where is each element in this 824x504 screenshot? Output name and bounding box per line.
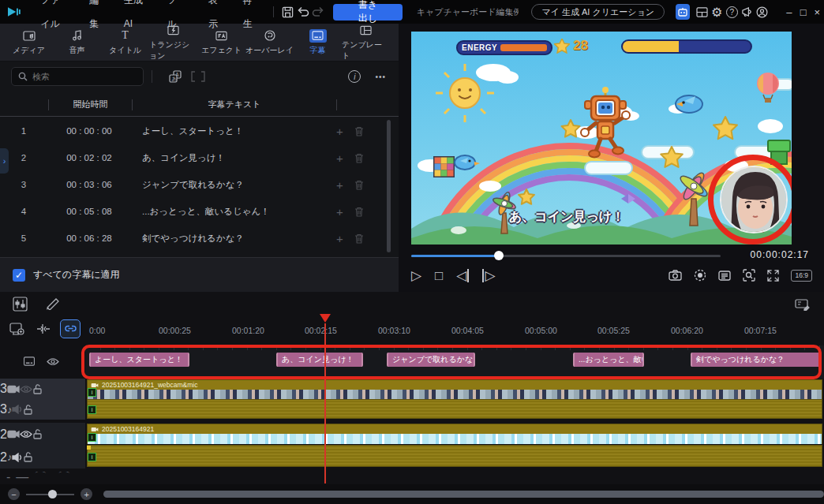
track-3-header[interactable]: 3 3 ♪	[0, 379, 85, 420]
vertical-scrollbar[interactable]	[387, 120, 391, 252]
video-preview[interactable]: ENERGY 28 あ、コイン見っけ！	[411, 32, 792, 245]
speaker-icon[interactable]	[12, 453, 23, 462]
subtitle-row-4[interactable]: 400 : 05 : 08...おっとっと、敵いるじゃん！ +	[0, 198, 399, 225]
speaker-icon[interactable]	[12, 405, 23, 414]
delete-subtitle-icon[interactable]	[354, 232, 364, 245]
delete-subtitle-icon[interactable]	[354, 151, 364, 165]
ai-assistant-icon[interactable]	[676, 4, 690, 20]
save-icon[interactable]	[280, 2, 295, 22]
translate-icon[interactable]: Aあ	[168, 69, 182, 84]
more-options-icon[interactable]: •••	[375, 73, 386, 81]
add-subtitle-icon[interactable]: +	[336, 178, 343, 192]
menu-generative-ai[interactable]: 生成 AI	[114, 0, 156, 35]
search-icon	[18, 72, 28, 81]
search-text-field[interactable]	[32, 72, 127, 81]
my-generative-ai-button[interactable]: マイ 生成 AI クリエーション	[531, 4, 665, 20]
menu-view[interactable]: 表示	[198, 0, 233, 35]
next-frame-button[interactable]: ▷	[482, 269, 495, 282]
apply-all-checkbox[interactable]: ✓	[13, 269, 25, 282]
announcement-icon[interactable]	[740, 2, 755, 22]
screen-record-icon[interactable]	[6, 319, 27, 338]
draw-pen-icon[interactable]	[43, 294, 63, 313]
apply-all-row: ✓ すべての字幕に適用	[0, 257, 399, 292]
add-subtitle-icon[interactable]: +	[336, 151, 343, 165]
previous-frame-button[interactable]: ◁	[456, 269, 469, 282]
timeline-zoom-slider[interactable]	[26, 494, 75, 495]
lock-open-icon[interactable]	[23, 405, 33, 415]
add-subtitle-icon[interactable]: +	[336, 232, 343, 245]
svg-text:あ: あ	[172, 76, 178, 82]
fullscreen-icon[interactable]	[767, 270, 779, 282]
info-icon[interactable]: i	[348, 70, 361, 83]
audio-clip-webcam[interactable]	[87, 399, 822, 419]
eye-icon[interactable]	[20, 385, 32, 394]
redo-icon[interactable]	[310, 2, 325, 22]
playhead-timecode: 00:00:02:17	[751, 249, 809, 260]
record-icon[interactable]	[694, 269, 706, 282]
audio-clip-game[interactable]	[87, 445, 822, 467]
magnet-snap-icon[interactable]	[33, 319, 54, 338]
playlist-icon[interactable]	[718, 271, 731, 281]
subtitle-row-3[interactable]: 300 : 03 : 06ジャンプで取れるかな？ +	[0, 171, 399, 198]
undo-icon[interactable]	[295, 2, 310, 22]
delete-subtitle-icon[interactable]	[354, 205, 364, 218]
minimize-button[interactable]: –	[782, 0, 796, 24]
video-clip-webcam[interactable]: 20251003164921_webcam&mic	[87, 379, 822, 399]
seek-handle[interactable]	[494, 251, 504, 260]
stop-button[interactable]: □	[435, 269, 443, 282]
mixer-icon[interactable]	[9, 294, 30, 313]
close-button[interactable]: ×	[810, 0, 824, 24]
menu-play[interactable]: 再生	[233, 0, 268, 35]
eye-icon[interactable]	[41, 357, 65, 366]
menu-file[interactable]: ファイル	[30, 0, 79, 35]
panel-expander[interactable]: ›	[0, 148, 9, 174]
timeline-ruler[interactable]: 0:00 00:00:25 00:01:20 00:02:15 00:03:10…	[85, 315, 824, 342]
subtitle-row-5[interactable]: 500 : 06 : 28剣でやっつけれるかな？ +	[0, 225, 399, 252]
lock-open-icon[interactable]	[32, 429, 43, 439]
star-icon	[554, 39, 570, 54]
tab-templates[interactable]: テンプレート	[342, 24, 390, 62]
clip-info-badge: i	[88, 388, 96, 397]
render-preview-icon[interactable]	[792, 294, 813, 313]
lock-open-icon[interactable]	[23, 452, 33, 462]
energy-bar: ENERGY	[456, 40, 552, 55]
play-button[interactable]: ▷	[411, 269, 421, 282]
snapshot-camera-icon[interactable]	[669, 270, 682, 281]
add-subtitle-icon[interactable]: +	[336, 205, 343, 218]
game-filmstrip	[88, 434, 822, 444]
track-1-partial-header: - — ⌒ ⌒	[0, 472, 85, 483]
delete-subtitle-icon[interactable]	[354, 125, 364, 138]
search-input[interactable]	[11, 67, 144, 86]
subtitle-row-1[interactable]: 100 : 00 : 00よーし、スタートっと！ +	[0, 118, 399, 144]
account-icon[interactable]	[755, 2, 770, 22]
zoom-slider-handle[interactable]	[48, 490, 57, 498]
tab-subtitles[interactable]: 字幕	[294, 29, 342, 56]
add-subtitle-icon[interactable]: +	[336, 125, 343, 138]
video-clip-game[interactable]: 20251003164921	[87, 424, 822, 444]
zoom-out-button[interactable]: −	[8, 488, 20, 500]
subtitle-track-icon[interactable]	[17, 357, 41, 366]
layout-icon[interactable]	[695, 2, 710, 22]
maximize-button[interactable]: □	[796, 0, 811, 24]
eye-icon[interactable]	[20, 430, 32, 439]
auto-ripple-link-icon[interactable]	[60, 319, 81, 338]
column-subtitle-text: 字幕テキスト	[133, 99, 336, 110]
app-logo-icon	[8, 6, 21, 18]
zoom-in-button[interactable]: +	[81, 488, 92, 500]
divider	[152, 70, 152, 83]
export-button[interactable]: 書き出し	[333, 4, 403, 21]
seek-bar[interactable]: 00:00:02:17	[411, 251, 812, 262]
track-2-header[interactable]: 2 2 ♪	[0, 423, 85, 469]
playhead-marker[interactable]	[320, 314, 331, 323]
batch-edit-icon[interactable]	[190, 71, 206, 82]
help-icon[interactable]: ?	[725, 2, 740, 22]
delete-subtitle-icon[interactable]	[354, 178, 364, 192]
horizontal-scrollbar[interactable]	[103, 491, 824, 498]
settings-gear-icon[interactable]: ⚙	[710, 2, 725, 22]
subtitle-row-2[interactable]: 200 : 02 : 02あ、コイン見っけ！ +	[0, 144, 399, 171]
aspect-ratio-chip[interactable]: 16:9	[791, 270, 812, 282]
menu-tools[interactable]: ツール	[156, 0, 198, 35]
preview-zoom-icon[interactable]	[743, 269, 755, 282]
lock-open-icon[interactable]	[32, 384, 43, 394]
menu-edit[interactable]: 編集	[79, 0, 114, 35]
